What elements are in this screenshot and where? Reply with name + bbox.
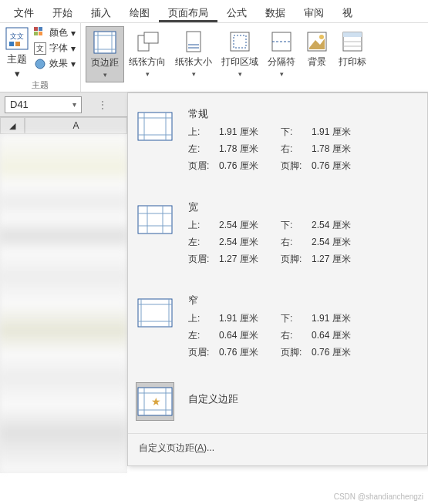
print-area-button[interactable]: 打印区域▾: [217, 26, 263, 81]
menu-file[interactable]: 文件: [5, 3, 43, 22]
print-titles-icon: [340, 29, 365, 54]
custom-label: 自定义边距: [188, 392, 238, 406]
margin-preset-wide[interactable]: 宽 上:2.54 厘米下:2.54 厘米 左:2.54 厘米右:2.54 厘米 …: [128, 186, 427, 280]
margins-button[interactable]: 页边距▾: [86, 26, 124, 82]
margin-preset-custom[interactable]: ★ 自定义边距: [128, 373, 427, 433]
orientation-icon: [135, 29, 160, 54]
ribbon: 文文 主题 ▾ 颜色▾ 文 字体▾ 效果▾ 主题: [0, 23, 428, 92]
margins-dropdown: 常规 上:1.91 厘米下:1.91 厘米 左:1.78 厘米右:1.78 厘米…: [127, 92, 428, 466]
column-headers: ◢ A: [0, 117, 127, 134]
menu-page-layout[interactable]: 页面布局: [159, 3, 217, 22]
themes-label: 主题: [7, 52, 27, 66]
breaks-button[interactable]: 分隔符▾: [263, 26, 300, 81]
themes-button[interactable]: 文文 主题 ▾: [5, 26, 29, 79]
name-box-bar: D41 ▾ ⋮: [0, 92, 127, 117]
print-area-icon: [227, 29, 252, 54]
colors-icon: [34, 27, 46, 39]
group-label-theme: 主题: [32, 79, 49, 92]
name-box[interactable]: D41 ▾: [5, 96, 82, 113]
svg-rect-35: [138, 206, 172, 234]
chevron-down-icon: ▾: [72, 100, 76, 109]
fonts-button[interactable]: 文 字体▾: [34, 42, 76, 55]
margin-preset-narrow[interactable]: 窄 上:1.91 厘米下:1.91 厘米 左:0.64 厘米右:0.64 厘米 …: [128, 280, 427, 373]
preset-values: 上:2.54 厘米下:2.54 厘米 左:2.54 厘米右:2.54 厘米 页眉…: [188, 219, 416, 266]
preset-values: 上:1.91 厘米下:1.91 厘米 左:1.78 厘米右:1.78 厘米 页眉…: [188, 126, 416, 173]
svg-text:★: ★: [151, 395, 161, 408]
svg-rect-30: [138, 113, 172, 140]
preset-name: 常规: [188, 107, 416, 121]
menu-formulas[interactable]: 公式: [217, 3, 256, 22]
ribbon-group-page-setup: 页边距▾ 纸张方向▾ 纸张大小▾ 打印区域▾ 分隔符▾ 背景 打印标: [81, 23, 376, 92]
themes-icon: 文文: [5, 26, 29, 51]
preset-name: 窄: [188, 294, 416, 307]
menu-home[interactable]: 开始: [43, 3, 82, 22]
effects-icon: [34, 58, 46, 70]
menu-data[interactable]: 数据: [256, 3, 295, 22]
svg-text:文文: 文文: [10, 32, 24, 40]
custom-margins-menu-item[interactable]: 自定义页边距(A)...: [128, 433, 427, 465]
svg-rect-2: [9, 42, 14, 46]
preset-name: 宽: [188, 200, 416, 214]
column-header-a[interactable]: A: [25, 117, 127, 134]
margin-narrow-icon: [136, 294, 174, 332]
page-size-icon: [181, 29, 206, 54]
margin-normal-icon: [136, 107, 174, 146]
background-icon: [305, 29, 329, 54]
svg-rect-15: [144, 32, 158, 43]
menu-review[interactable]: 审阅: [295, 3, 333, 22]
fonts-icon: 文: [34, 42, 46, 55]
svg-rect-9: [94, 32, 116, 53]
menubar: 文件 开始 插入 绘图 页面布局 公式 数据 审阅 视: [0, 0, 428, 23]
svg-point-25: [319, 35, 324, 39]
svg-rect-40: [138, 299, 172, 327]
svg-rect-3: [15, 42, 20, 46]
svg-point-8: [35, 59, 45, 69]
svg-rect-4: [34, 27, 38, 31]
svg-rect-16: [187, 32, 201, 52]
margin-custom-icon: ★: [136, 382, 174, 421]
size-button[interactable]: 纸张大小▾: [170, 26, 217, 81]
watermark: CSDN @shandianchengzi: [334, 492, 423, 501]
select-all-corner[interactable]: ◢: [0, 117, 25, 134]
margin-wide-icon: [136, 200, 174, 239]
effects-button[interactable]: 效果▾: [34, 57, 76, 70]
menu-draw[interactable]: 绘图: [120, 3, 159, 22]
print-titles-button[interactable]: 打印标: [334, 26, 371, 72]
menu-view[interactable]: 视: [333, 3, 362, 22]
colors-button[interactable]: 颜色▾: [34, 26, 76, 39]
svg-rect-27: [343, 32, 362, 37]
preset-values: 上:1.91 厘米下:1.91 厘米 左:0.64 厘米右:0.64 厘米 页眉…: [188, 312, 416, 359]
margins-icon: [93, 30, 117, 55]
breaks-icon: [269, 29, 294, 54]
svg-rect-6: [34, 32, 38, 35]
svg-rect-7: [39, 32, 42, 35]
margin-preset-normal[interactable]: 常规 上:1.91 厘米下:1.91 厘米 左:1.78 厘米右:1.78 厘米…: [128, 93, 427, 186]
more-icon[interactable]: ⋮: [97, 99, 109, 111]
cell-reference: D41: [10, 99, 29, 110]
background-button[interactable]: 背景: [300, 26, 334, 72]
ribbon-group-theme: 文文 主题 ▾ 颜色▾ 文 字体▾ 效果▾ 主题: [0, 23, 81, 92]
orientation-button[interactable]: 纸张方向▾: [124, 26, 170, 81]
menu-insert[interactable]: 插入: [82, 3, 120, 22]
sheet-preview: [0, 134, 127, 473]
svg-rect-5: [39, 27, 42, 31]
chevron-down-icon: ▾: [15, 68, 20, 79]
